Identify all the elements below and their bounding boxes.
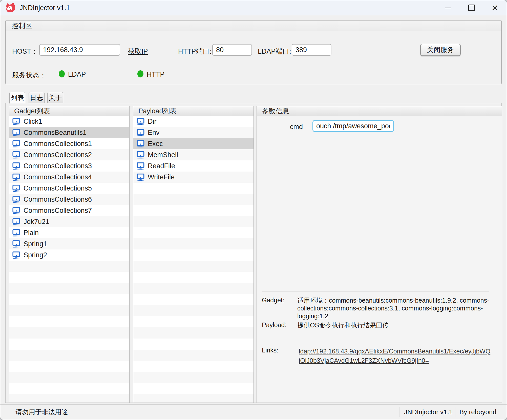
maximize-button[interactable]: [464, 0, 479, 15]
params-panel: 参数信息 cmd Gadget: 适用环境：commons-beanutils:…: [257, 106, 502, 403]
list-item-label: CommonsCollections5: [24, 184, 92, 192]
ldap-port-label: LDAP端口:: [258, 47, 291, 56]
list-filler-row: [133, 238, 254, 249]
gadget-list: Click1 CommonsBeanutils1 CommonsCollecti…: [9, 116, 129, 403]
status-version: JNDInjector v1.1: [404, 405, 453, 419]
monitor-icon: [12, 129, 20, 136]
list-item[interactable]: Env: [133, 127, 254, 138]
ldap-port-input[interactable]: [292, 44, 331, 56]
list-item-label: ReadFile: [148, 162, 175, 170]
list-filler-row: [9, 305, 129, 316]
monitor-icon: [12, 185, 20, 192]
http-status-dot: [137, 70, 143, 77]
gadget-panel-title: Gadget列表: [9, 106, 129, 116]
list-filler-row: [133, 361, 254, 372]
stop-service-button[interactable]: 关闭服务: [420, 44, 461, 56]
control-group: 控制区 HOST： 获取IP HTTP端口: LDAP端口: 关闭服务 服务状态…: [5, 20, 502, 84]
list-item-label: Spring1: [24, 240, 47, 248]
list-item-label: CommonsCollections7: [24, 207, 92, 215]
list-filler-row: [133, 327, 254, 339]
list-item[interactable]: Spring2: [9, 249, 129, 261]
list-filler-row: [9, 372, 129, 383]
list-item-label: CommonsCollections1: [24, 140, 92, 148]
list-filler-row: [9, 327, 129, 339]
status-divider-1: [399, 407, 399, 417]
http-port-input[interactable]: [212, 44, 252, 56]
list-filler-row: [133, 272, 254, 283]
list-item-label: Click1: [24, 118, 42, 125]
list-filler-row: [9, 394, 129, 403]
list-item-label: CommonsCollections6: [24, 196, 92, 203]
gadget-info-label: Gadget:: [262, 297, 284, 304]
list-item[interactable]: CommonsCollections3: [9, 160, 129, 172]
list-item[interactable]: CommonsCollections2: [9, 149, 129, 160]
list-item[interactable]: Click1: [9, 116, 129, 127]
list-filler-row: [133, 316, 254, 327]
monitor-icon: [137, 129, 144, 136]
payload-panel: Payload列表 Dir Env Exec MemShell ReadFile…: [133, 106, 254, 403]
list-filler-row: [9, 294, 129, 305]
list-filler-row: [9, 283, 129, 294]
http-service-label: HTTP: [147, 71, 165, 78]
close-icon: ×: [492, 0, 498, 15]
list-filler-row: [133, 183, 254, 194]
close-button[interactable]: ×: [488, 0, 502, 15]
app-logo-wolf-icon: [5, 2, 16, 13]
status-author: By rebeyond: [459, 405, 496, 419]
list-item[interactable]: ReadFile: [133, 160, 254, 172]
payload-panel-title: Payload列表: [133, 106, 254, 116]
cmd-input[interactable]: [312, 120, 394, 132]
list-item[interactable]: Jdk7u21: [9, 216, 129, 227]
list-filler-row: [133, 294, 254, 305]
list-item[interactable]: Spring1: [9, 238, 129, 249]
list-item-label: CommonsCollections3: [24, 162, 92, 170]
list-item[interactable]: Dir: [133, 116, 254, 127]
list-filler-row: [133, 372, 254, 383]
list-item[interactable]: CommonsCollections4: [9, 172, 129, 183]
list-filler-row: [133, 339, 254, 350]
minimize-button[interactable]: [441, 0, 455, 15]
get-ip-link[interactable]: 获取IP: [128, 47, 148, 56]
list-filler-row: [9, 350, 129, 361]
list-item[interactable]: WriteFile: [133, 172, 254, 183]
list-filler-row: [133, 194, 254, 205]
monitor-icon: [137, 162, 144, 170]
monitor-icon: [12, 229, 20, 237]
list-filler-row: [133, 383, 254, 394]
exploit-link[interactable]: ldap://192.168.43.9/qqxAEfikxE/CommonsBe…: [299, 347, 491, 365]
list-item[interactable]: CommonsCollections6: [9, 194, 129, 205]
list-filler-row: [133, 394, 254, 403]
list-item[interactable]: Plain: [9, 227, 129, 238]
list-item-label: Env: [148, 129, 160, 137]
tab-about[interactable]: 关于: [47, 92, 63, 103]
monitor-icon: [12, 151, 20, 159]
list-item-label: MemShell: [148, 151, 178, 159]
list-filler-row: [133, 350, 254, 361]
tab-log[interactable]: 日志: [29, 92, 45, 103]
list-item[interactable]: MemShell: [133, 149, 254, 160]
gadget-info-value: 适用环境：commons-beanutils:commons-beanutils…: [297, 297, 493, 320]
monitor-icon: [12, 140, 20, 148]
host-input[interactable]: [39, 44, 120, 56]
list-item[interactable]: CommonsCollections5: [9, 183, 129, 194]
app-window: JNDInjector v1.1 × 控制区 HOST： 获取IP HTTP端口…: [0, 0, 507, 420]
list-filler-row: [133, 283, 254, 294]
http-port-label: HTTP端口:: [178, 47, 212, 56]
params-divider: [262, 291, 489, 291]
payload-list: Dir Env Exec MemShell ReadFile WriteFile: [133, 116, 254, 403]
list-item[interactable]: CommonsCollections7: [9, 205, 129, 216]
monitor-icon: [12, 218, 20, 225]
list-filler-row: [133, 205, 254, 216]
host-label: HOST：: [12, 47, 38, 56]
list-item[interactable]: Exec: [133, 138, 254, 149]
tab-list[interactable]: 列表: [9, 92, 25, 103]
cmd-label: cmd: [290, 123, 303, 131]
monitor-icon: [12, 118, 20, 125]
params-scroll-track: [494, 116, 494, 403]
monitor-icon: [12, 162, 20, 170]
monitor-icon: [12, 240, 20, 248]
maximize-icon: [468, 5, 475, 11]
service-status-label: 服务状态：: [12, 71, 46, 80]
list-item[interactable]: CommonsBeanutils1: [9, 127, 129, 138]
list-item[interactable]: CommonsCollections1: [9, 138, 129, 149]
